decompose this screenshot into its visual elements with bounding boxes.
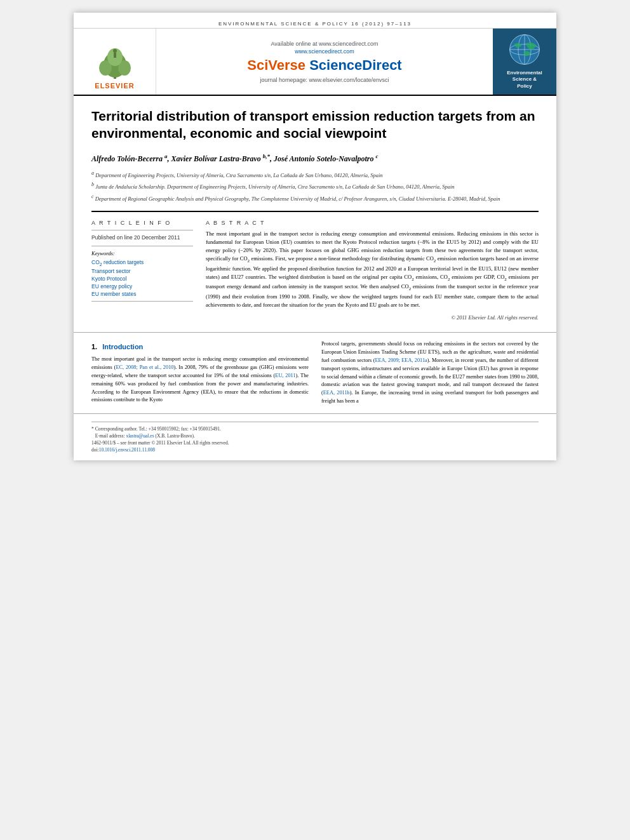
authors: Alfredo Tolón-Becerra a, Xavier Bolívar …	[91, 152, 539, 164]
body-right-column: Protocol targets, governments should foc…	[321, 340, 539, 406]
elsevier-logo-box: ELSEVIER	[74, 29, 156, 95]
affiliation-b: b Junta de Andalucía Scholarship. Depart…	[91, 181, 539, 191]
intro-heading: 1. Introduction	[91, 340, 309, 352]
abstract-column: A B S T R A C T The most important goal …	[206, 220, 539, 321]
env-science-logo-box: EnvironmentalScience &Policy	[493, 29, 556, 95]
keyword-1: CO2 reduction targets	[91, 259, 193, 267]
affiliation-a: a Department of Engineering Projects, Un…	[91, 170, 539, 180]
doi-link[interactable]: 10.1016/j.envsci.2011.11.008	[99, 447, 155, 453]
available-text: Available online at www.sciencedirect.co…	[271, 41, 379, 47]
published-date: Published on line 20 December 2011	[91, 234, 193, 241]
email-link[interactable]: xlastra@ual.es	[126, 433, 154, 439]
svg-point-5	[113, 49, 117, 53]
elsevier-tree-icon	[90, 46, 140, 81]
info-abstract-columns: A R T I C L E I N F O Published on line …	[91, 220, 539, 321]
env-logo-inner: EnvironmentalScience &Policy	[507, 34, 542, 90]
sciverse-sciencedirect: ScienceDirect	[309, 57, 402, 73]
article-info-label: A R T I C L E I N F O	[91, 220, 193, 226]
affiliations: a Department of Engineering Projects, Un…	[91, 170, 539, 203]
publisher-banner: ELSEVIER Available online at www.science…	[74, 29, 556, 96]
journal-header: ENVIRONMENTAL SCIENCE & POLICY 16 (2012)…	[74, 13, 556, 29]
journal-name: ENVIRONMENTAL SCIENCE & POLICY 16 (2012)…	[218, 21, 412, 27]
sciverse-verse: Verse	[268, 57, 309, 73]
keywords-divider	[91, 246, 193, 246]
abstract-text: The most important goal in the transport…	[206, 230, 539, 310]
body-left-column: 1. Introduction The most important goal …	[91, 340, 309, 406]
footnote-3: 1462-9011/$ – see front matter © 2011 El…	[91, 440, 539, 446]
elsevier-label: ELSEVIER	[95, 82, 134, 90]
article-title: Territorial distribution of transport em…	[91, 107, 539, 142]
info-divider	[91, 230, 193, 230]
keywords-label: Keywords:	[91, 250, 193, 257]
footnote-1: * Corresponding author. Tel.: +34 950015…	[91, 426, 539, 432]
footnote-2: E-mail address: xlastra@ual.es (X.B. Las…	[91, 433, 539, 439]
keyword-3: Kyoto Protocol	[91, 276, 193, 282]
title-divider	[91, 211, 539, 212]
affiliation-c: c Department of Regional Geographic Anal…	[91, 193, 539, 203]
journal-homepage: journal homepage: www.elsevier.com/locat…	[260, 77, 389, 83]
keyword-2: Transport sector	[91, 268, 193, 274]
intro-right-text: Protocol targets, governments should foc…	[321, 340, 539, 406]
intro-left-text: The most important goal in the transport…	[91, 356, 309, 404]
sciverse-logo: SciVerse ScienceDirect	[247, 57, 401, 74]
sciverse-box: Available online at www.sciencedirect.co…	[156, 29, 493, 95]
globe-icon	[509, 34, 540, 65]
article-info-column: A R T I C L E I N F O Published on line …	[91, 220, 193, 321]
footnote-divider	[91, 422, 539, 422]
sciverse-sci: Sci	[247, 57, 268, 73]
article-content: Territorial distribution of transport em…	[74, 96, 556, 332]
copyright-line: © 2011 Elsevier Ltd. All rights reserved…	[206, 314, 539, 321]
abstract-label: A B S T R A C T	[206, 220, 539, 226]
env-science-title: EnvironmentalScience &Policy	[507, 70, 542, 90]
keywords-end-divider	[91, 301, 193, 302]
svg-rect-6	[114, 53, 116, 58]
sciverse-url[interactable]: www.sciencedirect.com	[295, 48, 354, 55]
keyword-4: EU energy policy	[91, 283, 193, 290]
keyword-5: EU member states	[91, 291, 193, 297]
page-container: ENVIRONMENTAL SCIENCE & POLICY 16 (2012)…	[74, 13, 556, 460]
body-content: 1. Introduction The most important goal …	[74, 332, 556, 413]
footnote-doi: doi:10.1016/j.envsci.2011.11.008	[91, 447, 539, 453]
footer-notes: * Corresponding author. Tel.: +34 950015…	[74, 413, 556, 460]
